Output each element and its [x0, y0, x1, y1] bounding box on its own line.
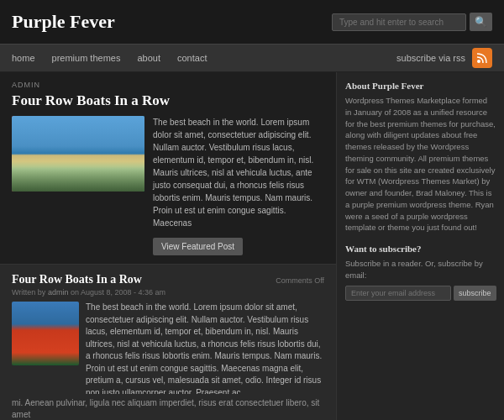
header: Purple Fever 🔍 [0, 0, 504, 44]
nav-contact[interactable]: contact [177, 46, 207, 70]
post-image [12, 302, 79, 365]
nav-about[interactable]: about [137, 46, 160, 70]
email-row: subscribe [345, 286, 496, 301]
post-author[interactable]: admin [48, 288, 69, 297]
search-button[interactable]: 🔍 [470, 13, 492, 31]
post-area: Four Row Boats In a Row Comments Off Wri… [0, 265, 336, 394]
subscribe-via-rss-label: subscribe via rss [396, 53, 465, 63]
featured-hero: ADMIN Four Row Boats In a Row The best b… [0, 72, 336, 265]
about-widget-title: About Purple Fever [345, 81, 496, 91]
email-field[interactable] [345, 286, 451, 301]
post-date: August 8, 2008 - 4:36 am [81, 288, 165, 297]
featured-post-title: Four Row Boats In a Row [12, 92, 324, 109]
post-title: Four Row Boats In a Row [12, 273, 142, 286]
subscribe-widget-title: Want to subscribe? [345, 244, 496, 254]
svg-point-0 [477, 60, 480, 63]
nav-premium-themes[interactable]: premium themes [52, 46, 121, 70]
featured-content: The best beach in the world. Lorem ipsum… [12, 116, 324, 255]
about-widget-text: Wordpress Themes Marketplace formed in J… [345, 95, 496, 234]
post-body: The best beach in the world. Lorem ipsum… [12, 302, 324, 394]
view-featured-button[interactable]: View Featured Post [153, 238, 243, 255]
search-bar: 🔍 [332, 13, 492, 31]
admin-label: ADMIN [12, 81, 324, 89]
search-input[interactable] [332, 13, 466, 31]
post-bottom-text: mi. Aenean pulvinar, ligula nec aliquam … [0, 394, 336, 419]
nav-right: subscribe via rss [396, 48, 492, 68]
post-comments: Comments Off [276, 276, 324, 285]
featured-text: The best beach in the world. Lorem ipsum… [153, 116, 324, 255]
nav-home[interactable]: home [12, 46, 35, 70]
navigation: home premium themes about contact subscr… [0, 44, 504, 72]
sidebar: About Purple Fever Wordpress Themes Mark… [336, 72, 504, 420]
post-meta: Written by admin on August 8, 2008 - 4:3… [12, 288, 324, 297]
site-title: Purple Fever [12, 11, 115, 33]
post-text: The best beach in the world. Lorem ipsum… [86, 302, 324, 394]
featured-image [12, 116, 144, 192]
rss-icon[interactable] [472, 48, 492, 68]
main-column: ADMIN Four Row Boats In a Row The best b… [0, 72, 336, 420]
subscribe-button[interactable]: subscribe [454, 286, 496, 301]
subscribe-widget: Want to subscribe? Subscribe in a reader… [345, 244, 496, 301]
subscribe-widget-text: Subscribe in a reader. Or, subscribe by … [345, 258, 496, 281]
nav-left: home premium themes about contact [12, 46, 396, 70]
about-widget: About Purple Fever Wordpress Themes Mark… [345, 81, 496, 234]
content-area: ADMIN Four Row Boats In a Row The best b… [0, 72, 504, 420]
